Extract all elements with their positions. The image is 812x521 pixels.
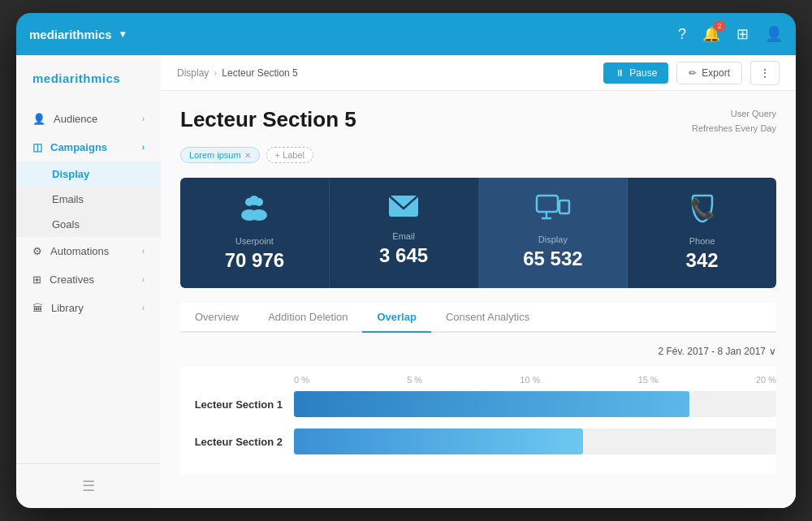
chart-label-1: Lecteur Section 1 [180, 398, 294, 411]
audience-icon: 👤 [32, 113, 45, 125]
help-icon[interactable]: ? [678, 26, 686, 43]
chart-bar-container-1 [294, 391, 776, 417]
creatives-chevron: › [142, 275, 145, 284]
chart-area: 0 % 5 % 10 % 15 % 20 % Lecteur Section 1… [180, 367, 776, 474]
chart-row-2: Lecteur Section 2 [180, 428, 776, 454]
campaigns-submenu: Display Emails Goals [16, 161, 161, 237]
tab-consent-analytics[interactable]: Consent Analytics [431, 303, 544, 333]
svg-point-3 [251, 209, 267, 221]
secondary-header: Display › Lecteur Section 5 ⏸ Pause ✏ Ex… [161, 55, 796, 91]
sidebar-item-label-audience: Audience [54, 113, 97, 125]
chart-axis: 0 % 5 % 10 % 15 % 20 % [180, 375, 776, 391]
device-frame: mediarithmics ▾ ? 🔔 2 ⊞ 👤 mediarithmics … [16, 13, 796, 508]
tab-overview[interactable]: Overview [180, 303, 253, 333]
userpoint-value: 70 976 [193, 249, 316, 272]
pause-button[interactable]: ⏸ Pause [603, 62, 668, 84]
display-stat-label: Display [492, 235, 615, 244]
pause-icon: ⏸ [615, 67, 624, 79]
tab-overlap-label: Overlap [377, 311, 416, 323]
page-title: Lecteur Section 5 [180, 107, 356, 132]
display-stat-value: 65 532 [492, 248, 615, 270]
tab-overlap[interactable]: Overlap [362, 303, 430, 333]
breadcrumb-separator: › [214, 67, 217, 79]
stat-userpoint[interactable]: Userpoint 70 976 [180, 178, 330, 288]
brand-chevron[interactable]: ▾ [120, 28, 125, 40]
sidebar-item-label-creatives: Creatives [50, 273, 94, 286]
sidebar-item-creatives[interactable]: ⊞ Creatives › [16, 265, 161, 294]
svg-rect-6 [537, 196, 558, 212]
sidebar-item-label-campaigns: Campaigns [50, 141, 107, 153]
export-icon: ✏ [689, 67, 697, 79]
phone-icon: 📞 [641, 194, 763, 230]
breadcrumb-parent[interactable]: Display [177, 67, 209, 79]
label-row: Lorem ipsum ✕ + Label [180, 147, 776, 163]
sidebar-item-goals[interactable]: Goals [16, 212, 161, 237]
chart-bar-2 [294, 428, 583, 454]
svg-point-4 [249, 196, 259, 205]
svg-rect-7 [559, 200, 569, 213]
page-title-row: Lecteur Section 5 User Query Refreshes E… [180, 107, 776, 136]
breadcrumb: Display › Lecteur Section 5 [177, 67, 603, 79]
sidebar-logo: mediarithmics [16, 71, 161, 105]
label-tag[interactable]: Lorem ipsum ✕ [180, 147, 260, 163]
display-stat-icon [492, 194, 615, 228]
more-icon: ⋮ [759, 67, 771, 80]
stat-phone[interactable]: 📞 Phone 342 [628, 178, 776, 288]
sidebar-menu-toggle[interactable]: ☰ [32, 477, 145, 495]
email-value: 3 645 [343, 244, 465, 267]
stat-email[interactable]: Email 3 645 [330, 178, 479, 288]
svg-text:📞: 📞 [690, 196, 715, 220]
page-meta: User Query Refreshes Every Day [692, 107, 776, 136]
tab-addition-deletion[interactable]: Addition Deletion [253, 303, 362, 333]
sidebar-item-automations[interactable]: ⚙ Automations › [16, 237, 161, 265]
sidebar-item-library[interactable]: 🏛 Library › [16, 294, 161, 322]
pause-label: Pause [629, 67, 657, 79]
stats-panel: Userpoint 70 976 Email 3 645 [180, 178, 776, 288]
phone-label: Phone [641, 236, 763, 246]
emails-label: Emails [52, 193, 84, 205]
brand-name: mediarithmics [29, 28, 112, 41]
tab-consent-analytics-label: Consent Analytics [446, 311, 529, 323]
export-label: Export [702, 67, 730, 79]
sidebar-item-campaigns[interactable]: ◫ Campaigns › [16, 133, 161, 161]
more-options-button[interactable]: ⋮ [750, 61, 780, 85]
add-label-button[interactable]: + Label [266, 147, 313, 163]
axis-3: 15 % [638, 375, 659, 385]
notification-badge: 2 [714, 20, 725, 32]
export-button[interactable]: ✏ Export [676, 62, 742, 84]
axis-0: 0 % [294, 375, 309, 385]
automations-icon: ⚙ [32, 245, 42, 257]
campaigns-icon: ◫ [32, 141, 42, 153]
chart-label-2: Lecteur Section 2 [180, 436, 294, 448]
sidebar-item-emails[interactable]: Emails [16, 187, 161, 212]
tab-overview-label: Overview [195, 311, 239, 323]
date-range-selector[interactable]: 2 Fév. 2017 - 8 Jan 2017 ∨ [180, 346, 776, 357]
phone-value: 342 [641, 249, 763, 272]
sidebar-item-label-library: Library [51, 302, 84, 314]
settings-icon[interactable]: ⊞ [736, 25, 749, 43]
notifications-icon[interactable]: 🔔 2 [702, 25, 720, 43]
tab-addition-deletion-label: Addition Deletion [268, 311, 348, 323]
top-bar: mediarithmics ▾ ? 🔔 2 ⊞ 👤 [16, 13, 796, 55]
chart-bar-1 [294, 391, 689, 417]
userpoint-icon [193, 194, 316, 230]
email-icon [343, 194, 465, 225]
automations-chevron: › [142, 247, 145, 256]
audience-chevron: › [142, 114, 145, 123]
main-layout: mediarithmics 👤 Audience › ◫ Campaigns ›… [16, 55, 796, 508]
top-bar-brand[interactable]: mediarithmics ▾ [29, 28, 125, 41]
stat-display[interactable]: Display 65 532 [479, 178, 628, 288]
userpoint-label: Userpoint [193, 236, 316, 246]
axis-1: 5 % [407, 375, 422, 385]
chart-bar-container-2 [294, 428, 776, 454]
profile-icon[interactable]: 👤 [765, 25, 783, 43]
sidebar-bottom: ☰ [16, 463, 161, 508]
sidebar-item-display[interactable]: Display [16, 161, 161, 187]
meta-line2: Refreshes Every Day [692, 122, 776, 136]
library-chevron: › [142, 304, 145, 312]
page-content: Lecteur Section 5 User Query Refreshes E… [161, 91, 796, 508]
chart-row-1: Lecteur Section 1 [180, 391, 776, 417]
label-remove-icon[interactable]: ✕ [244, 151, 251, 160]
sidebar-item-label-automations: Automations [50, 245, 109, 257]
sidebar-item-audience[interactable]: 👤 Audience › [16, 105, 161, 133]
